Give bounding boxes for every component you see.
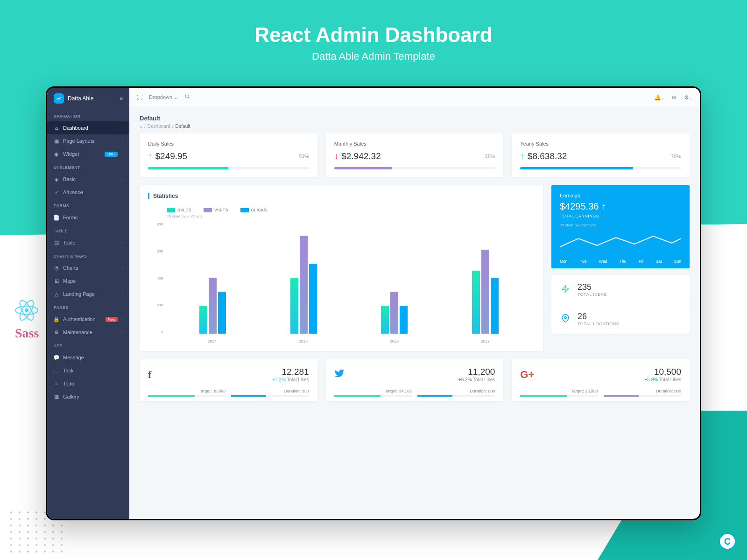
target-label: Target: 25,998 <box>520 389 598 393</box>
social-count: 10,500 <box>645 367 682 377</box>
social-delta: +7.2% <box>272 377 286 382</box>
sidebar-toggle-icon[interactable]: ≡ <box>120 96 123 101</box>
bell-icon[interactable]: 🔔⌄ <box>654 94 664 101</box>
nav-section-head: CHART & MAPS <box>47 249 129 261</box>
chevron-right-icon: › <box>121 266 123 270</box>
nav-badge: 100+ <box>105 152 118 157</box>
sidebar-item-table[interactable]: ▤Table› <box>47 236 129 249</box>
bar <box>290 278 298 334</box>
nav-item-icon: ✓ <box>54 189 59 195</box>
bar <box>400 306 408 334</box>
sass-logo-icon: Sass <box>15 326 39 341</box>
breadcrumb-item[interactable]: Dashboard <box>148 124 170 129</box>
svg-point-4 <box>185 95 189 98</box>
sidebar-item-basic[interactable]: ◈Basic› <box>47 173 129 186</box>
weekday-label: Fri <box>639 259 643 264</box>
sidebar-item-authentication[interactable]: 🔒AuthenticationNew› <box>47 313 129 326</box>
breadcrumb: ⌂ / Dashboard / Default <box>140 124 690 129</box>
nav-item-label: Maintenance <box>63 329 118 335</box>
sidebar-item-page-layouts[interactable]: ▦Page Layouts› <box>47 134 129 147</box>
sidebar-item-todo[interactable]: ≡Todo› <box>47 377 129 390</box>
tile-number: 235 <box>578 282 607 292</box>
arrow-down-icon: ↓ <box>334 151 339 161</box>
chevron-right-icon: › <box>121 381 123 386</box>
bar-group <box>472 250 499 334</box>
nav-section-head: APP <box>47 339 129 351</box>
nav-section-head: NAVIGATION <box>47 109 129 121</box>
brand[interactable]: Datta Able ≡ <box>47 88 129 109</box>
sidebar-item-landing-page[interactable]: △Landing Page› <box>47 287 129 301</box>
nav-item-label: Dashboard <box>63 125 118 131</box>
arrow-up-icon: ↑ <box>148 151 153 161</box>
sidebar-item-maintenance[interactable]: ⚙Maintenance› <box>47 326 129 339</box>
earnings-label: Earnings <box>560 193 681 198</box>
sales-card-0: Daily Sales ↑$249.9550% <box>140 133 317 177</box>
nav-item-icon: ▦ <box>54 394 59 399</box>
dropdown-toggle[interactable]: Dropdown ⌄ <box>149 94 178 100</box>
sidebar-item-charts[interactable]: ◔Charts› <box>47 261 129 274</box>
bar <box>209 278 217 334</box>
nav-badge: New <box>106 317 118 322</box>
sidebar-item-task[interactable]: ☐Task› <box>47 364 129 377</box>
nav-item-icon: ⊞ <box>54 278 59 284</box>
chevron-right-icon: › <box>121 292 123 296</box>
legend-sales: SALES <box>177 208 191 212</box>
sidebar-item-dashboard[interactable]: ⌂Dashboard› <box>47 121 129 134</box>
legend-clicks: CLICKS <box>251 208 267 212</box>
dropdown-label: Dropdown <box>149 94 172 100</box>
sales-label: Daily Sales <box>148 141 309 147</box>
home-icon[interactable]: ⌂ <box>140 124 142 129</box>
nav-item-label: Forms <box>63 215 118 220</box>
tile-number: 26 <box>578 312 619 322</box>
nav-item-label: Todo <box>63 381 118 386</box>
bar <box>199 306 207 334</box>
sales-pct: 70% <box>671 154 681 159</box>
brand-logo-icon <box>54 93 64 104</box>
sidebar-item-advance[interactable]: ✓Advance› <box>47 186 129 199</box>
chevron-right-icon: › <box>121 355 123 360</box>
sidebar-item-forms[interactable]: 📄Forms› <box>47 211 129 224</box>
nav-item-icon: ⚙ <box>54 329 59 335</box>
mail-icon[interactable]: ✉ <box>672 94 677 101</box>
fullscreen-icon[interactable]: ⛶ <box>137 94 142 101</box>
sidebar-item-widget[interactable]: ◉Widget100+› <box>47 147 129 161</box>
tile-icon <box>560 285 571 295</box>
svg-point-7 <box>564 316 567 319</box>
settings-icon[interactable]: ⚙⌄ <box>684 94 692 101</box>
bar-group <box>199 278 226 334</box>
sparkline-chart <box>560 234 681 252</box>
sales-card-2: Yearly Sales ↑$8.638.3270% <box>512 133 690 177</box>
bar <box>381 306 389 334</box>
nav-section-head: TABLE <box>47 224 129 236</box>
legend-visits: VISITS <box>214 208 228 212</box>
nav-item-label: Message <box>63 355 118 360</box>
chevron-right-icon: › <box>121 177 123 182</box>
nav-item-label: Charts <box>63 265 118 271</box>
social-count: 12,281 <box>272 367 309 377</box>
tile-text: TOTAL LOCATIONS <box>578 322 619 326</box>
sidebar-item-gallery[interactable]: ▦Gallery› <box>47 390 129 403</box>
nav-item-icon: ◈ <box>54 176 59 182</box>
social-card-1: 11,200+6.2% Total Likes Target: 34,185 D… <box>326 359 504 401</box>
chevron-down-icon: ⌄ <box>174 94 178 100</box>
brand-name: Datta Able <box>68 95 116 102</box>
nav-item-label: Table <box>63 240 118 245</box>
target-label: Target: 35,098 <box>148 389 226 393</box>
svg-marker-6 <box>562 285 569 292</box>
hero-title: React Admin Dashboard <box>0 23 747 47</box>
sidebar-item-maps[interactable]: ⊞Maps› <box>47 274 129 287</box>
arrow-up-icon: ↑ <box>601 201 606 211</box>
topbar: ⛶ Dropdown ⌄ 🔔⌄ ✉ ⚙⌄ <box>129 88 700 107</box>
bar-chart: 8006004002000 2014201520162017 <box>148 222 535 343</box>
svg-line-5 <box>188 98 190 99</box>
social-card-0: f 12,281+7.2% Total Likes Target: 35,098… <box>140 359 317 401</box>
nav-item-icon: 💬 <box>54 355 59 360</box>
sales-value: $2.942.32 <box>341 151 381 161</box>
statistics-title: Statistics <box>153 193 178 199</box>
social-likes-label: Total Likes <box>659 377 681 382</box>
hero-banner: React Admin Dashboard Datta Able Admin T… <box>0 0 747 63</box>
social-delta: +6.2% <box>458 377 472 382</box>
search-icon[interactable] <box>184 94 190 101</box>
sidebar-item-message[interactable]: 💬Message› <box>47 351 129 364</box>
svg-point-0 <box>25 308 29 313</box>
